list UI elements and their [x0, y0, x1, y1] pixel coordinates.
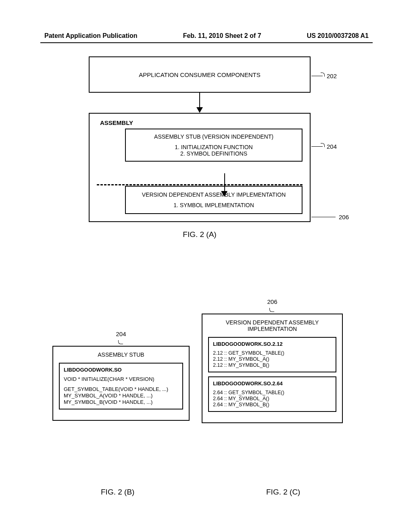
impl-line-1: 1. SYMBOL IMPLEMENTATION — [131, 202, 296, 208]
assembly-title: ASSEMBLY — [100, 119, 302, 126]
code-b-2: GET_SYMBOL_TABLE(VOID * HANDLE, ...) — [64, 386, 178, 392]
stub-inner-box: LIBDOGOODWORK.SO VOID * INITIALIZE(CHAR … — [59, 363, 183, 409]
ref-206-c: 206 — [267, 298, 277, 305]
assembly-box: ASSEMBLY ASSEMBLY STUB (VERSION INDEPEND… — [89, 113, 311, 222]
ref-204-b: 204 — [116, 330, 126, 337]
leader-206 — [311, 217, 336, 217]
lib1-line3: 2.12 :: MY_SYMBOL_B() — [213, 362, 332, 368]
stub-title: ASSEMBLY STUB (VERSION INDEPENDENT) — [131, 133, 296, 140]
consumer-label: APPLICATION CONSUMER COMPONENTS — [139, 71, 260, 78]
stub-line-2: 2. SYMBOL DEFINITIONS — [131, 150, 296, 157]
caption-2a: FIG. 2 (A) — [89, 230, 311, 239]
lib1-line1: 2.12 :: GET_SYMBOL_TABLE() — [213, 350, 332, 356]
ref-206-c-wrap: 206 — [202, 298, 343, 312]
lib2-line2: 2.64 :: MY_SYMBOL_A() — [213, 396, 332, 401]
header-right: US 2010/0037208 A1 — [307, 32, 369, 39]
dashed-divider — [97, 184, 302, 185]
header-left: Patent Application Publication — [44, 32, 138, 39]
figure-2b: 204 ASSEMBLY STUB LIBDOGOODWORK.SO VOID … — [52, 330, 190, 421]
arrow-1-line — [199, 93, 200, 107]
hook-202 — [321, 73, 325, 77]
consumer-box: APPLICATION CONSUMER COMPONENTS — [89, 56, 311, 93]
header-rule — [40, 42, 373, 43]
lower-row: 204 ASSEMBLY STUB LIBDOGOODWORK.SO VOID … — [52, 298, 377, 423]
figure-2a: APPLICATION CONSUMER COMPONENTS 202 ASSE… — [89, 56, 311, 239]
impl-outer-box: VERSION DEPENDENT ASSEMBLY IMPLEMENTATIO… — [202, 314, 343, 423]
stub-outer-title: ASSEMBLY STUB — [59, 351, 183, 358]
impl-title: VERSION DEPENDENT ASSEMBLY IMPLEMENTATIO… — [131, 191, 296, 198]
stub-line-1: 1. INITIALIZATION FUNCTION — [131, 144, 296, 150]
lib2-title: LIBDOGOODWORK.SO.2.64 — [213, 380, 332, 387]
impl-inner-1: LIBDOGOODWORK.SO.2.12 2.12 :: GET_SYMBOL… — [208, 337, 336, 372]
page-header: Patent Application Publication Feb. 11, … — [44, 32, 369, 39]
ref-206-a: 206 — [339, 214, 349, 220]
lib1-title: LIBDOGOODWORK.SO.2.12 — [213, 341, 332, 347]
hook-204 — [321, 143, 325, 147]
code-b-1: VOID * INITIALIZE(CHAR * VERSION) — [64, 376, 178, 382]
caption-2c: FIG. 2 (C) — [266, 488, 300, 497]
lib2-line3: 2.64 :: MY_SYMBOL_B() — [213, 402, 332, 407]
code-b-4: MY_SYMBOL_B(VOID * HANDLE, ...) — [64, 399, 178, 405]
page: Patent Application Publication Feb. 11, … — [0, 0, 413, 532]
stub-outer-box: ASSEMBLY STUB LIBDOGOODWORK.SO VOID * IN… — [52, 346, 190, 421]
caption-2b: FIG. 2 (B) — [101, 488, 134, 497]
impl-box: VERSION DEPENDENT ASSEMBLY IMPLEMENTATIO… — [125, 186, 302, 214]
hook-icon-c — [269, 308, 274, 312]
impl-inner-2: LIBDOGOODWORK.SO.2.64 2.64 :: GET_SYMBOL… — [208, 376, 336, 412]
lib-title-b: LIBDOGOODWORK.SO — [64, 367, 178, 373]
lib1-line2: 2.12 :: MY_SYMBOL_A() — [213, 356, 332, 362]
ref-204-b-wrap: 204 — [52, 330, 190, 344]
code-b-3: MY_SYMBOL_A(VOID * HANDLE, ...) — [64, 393, 178, 399]
arrow-1-head — [196, 107, 203, 113]
lib2-line1: 2.64 :: GET_SYMBOL_TABLE() — [213, 390, 332, 395]
figure-2c: 206 VERSION DEPENDENT ASSEMBLY IMPLEMENT… — [202, 298, 343, 423]
ref-204-a: 204 — [327, 143, 337, 150]
hook-icon-b — [118, 340, 123, 344]
stub-box: ASSEMBLY STUB (VERSION INDEPENDENT) 1. I… — [125, 129, 302, 162]
header-center: Feb. 11, 2010 Sheet 2 of 7 — [183, 32, 261, 39]
impl-outer-title: VERSION DEPENDENT ASSEMBLY IMPLEMENTATIO… — [208, 319, 336, 332]
ref-202: 202 — [327, 73, 337, 79]
